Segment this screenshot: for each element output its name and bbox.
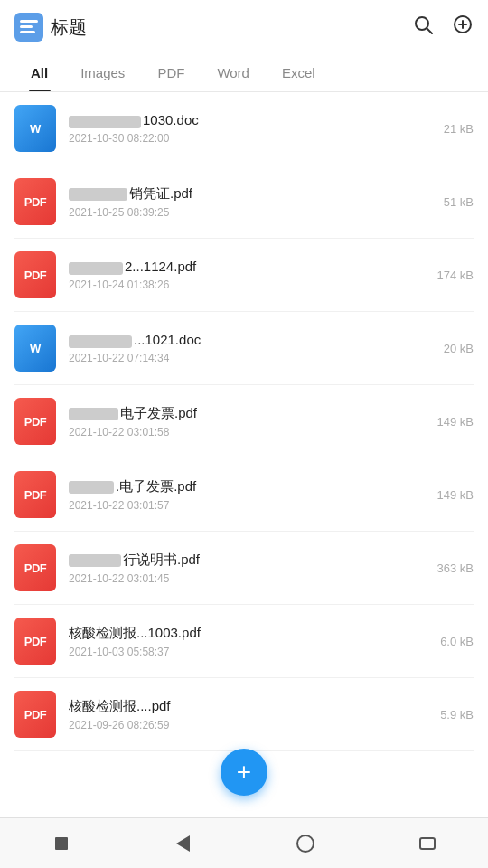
file-name: 电子发票.pdf	[69, 405, 428, 422]
file-size: 21 kB	[444, 122, 474, 136]
file-info: 2...1124.pdf 2021-10-24 01:38:26	[69, 259, 428, 290]
svg-rect-3	[20, 31, 35, 33]
svg-rect-1	[20, 20, 38, 23]
file-info: 1030.doc 2021-10-30 08:22:00	[69, 112, 435, 144]
pdf-file-icon: PDF	[14, 178, 56, 225]
tab-excel[interactable]: Excel	[266, 54, 332, 91]
tab-word[interactable]: Word	[201, 54, 266, 91]
list-item[interactable]: PDF 2...1124.pdf 2021-10-24 01:38:26 174…	[14, 239, 474, 312]
file-name: 核酸检测报....pdf	[69, 698, 431, 715]
file-info: 销凭证.pdf 2021-10-25 08:39:25	[69, 185, 435, 219]
list-item[interactable]: PDF 核酸检测报...1003.pdf 2021-10-03 05:58:37…	[14, 605, 474, 678]
file-size: 149 kB	[437, 488, 474, 502]
tab-images[interactable]: Images	[64, 54, 141, 91]
tab-bar: All Images PDF Word Excel	[0, 54, 488, 92]
doc-file-icon: W	[14, 105, 56, 152]
file-size: 51 kB	[444, 195, 474, 209]
page-title: 标题	[51, 15, 412, 40]
home-icon	[296, 835, 314, 853]
file-date: 2021-10-22 03:01:57	[69, 499, 428, 512]
add-circle-icon[interactable]	[452, 14, 474, 41]
file-date: 2021-10-22 07:14:34	[69, 352, 435, 364]
file-size: 6.0 kB	[440, 635, 474, 648]
file-size: 174 kB	[437, 269, 474, 282]
file-name: 销凭证.pdf	[69, 185, 435, 203]
file-date: 2021-10-03 05:58:37	[69, 646, 431, 658]
file-size: 5.9 kB	[440, 708, 474, 722]
file-info: ...1021.doc 2021-10-22 07:14:34	[69, 332, 435, 363]
file-info: 核酸检测报....pdf 2021-09-26 08:26:59	[69, 698, 431, 731]
pdf-file-icon: PDF	[14, 691, 56, 738]
nav-recents-button[interactable]	[415, 831, 440, 856]
file-size: 149 kB	[437, 415, 474, 429]
header: 标题	[0, 0, 488, 54]
list-item[interactable]: PDF 行说明书.pdf 2021-10-22 03:01:45 363 kB	[14, 532, 474, 605]
file-name: 行说明书.pdf	[69, 552, 428, 569]
fab-add-button[interactable]: +	[221, 749, 267, 796]
file-name: 核酸检测报...1003.pdf	[69, 625, 431, 642]
file-name: ...1021.doc	[69, 332, 435, 347]
file-info: 电子发票.pdf 2021-10-22 03:01:58	[69, 405, 428, 439]
file-info: .电子发票.pdf 2021-10-22 03:01:57	[69, 478, 428, 512]
app-logo-icon	[14, 13, 43, 42]
file-name: 1030.doc	[69, 112, 435, 127]
pdf-file-icon: PDF	[14, 544, 56, 591]
svg-line-5	[427, 29, 433, 34]
header-actions	[412, 14, 474, 41]
square-icon	[55, 837, 68, 850]
file-name: .电子发票.pdf	[69, 478, 428, 495]
nav-square-button[interactable]	[49, 831, 74, 856]
pdf-file-icon: PDF	[14, 471, 56, 518]
list-item[interactable]: W ...1021.doc 2021-10-22 07:14:34 20 kB	[14, 312, 474, 385]
list-item[interactable]: PDF 核酸检测报....pdf 2021-09-26 08:26:59 5.9…	[14, 678, 474, 751]
search-icon[interactable]	[412, 14, 434, 41]
nav-home-button[interactable]	[293, 831, 318, 856]
file-date: 2021-10-25 08:39:25	[69, 206, 435, 219]
file-date: 2021-10-30 08:22:00	[69, 132, 435, 145]
pdf-file-icon: PDF	[14, 251, 56, 298]
file-size: 363 kB	[437, 561, 474, 575]
file-date: 2021-09-26 08:26:59	[69, 719, 431, 731]
file-size: 20 kB	[444, 342, 474, 355]
file-date: 2021-10-22 03:01:45	[69, 572, 428, 585]
file-info: 核酸检测报...1003.pdf 2021-10-03 05:58:37	[69, 625, 431, 658]
pdf-file-icon: PDF	[14, 618, 56, 665]
list-item[interactable]: W 1030.doc 2021-10-30 08:22:00 21 kB	[14, 92, 474, 165]
list-item[interactable]: PDF .电子发票.pdf 2021-10-22 03:01:57 149 kB	[14, 458, 474, 532]
tab-all[interactable]: All	[14, 54, 64, 91]
svg-rect-2	[20, 25, 33, 28]
recents-icon	[419, 837, 436, 850]
list-item[interactable]: PDF 电子发票.pdf 2021-10-22 03:01:58 149 kB	[14, 385, 474, 458]
file-info: 行说明书.pdf 2021-10-22 03:01:45	[69, 552, 428, 585]
file-list: W 1030.doc 2021-10-30 08:22:00 21 kB PDF…	[0, 92, 488, 817]
nav-back-button[interactable]	[171, 831, 196, 856]
pdf-file-icon: PDF	[14, 398, 56, 445]
doc-file-icon: W	[14, 325, 56, 372]
list-item[interactable]: PDF 销凭证.pdf 2021-10-25 08:39:25 51 kB	[14, 165, 474, 239]
tab-pdf[interactable]: PDF	[141, 54, 201, 91]
file-name: 2...1124.pdf	[69, 259, 428, 274]
back-icon	[176, 835, 190, 852]
bottom-navigation	[0, 817, 488, 868]
file-date: 2021-10-24 01:38:26	[69, 278, 428, 291]
file-date: 2021-10-22 03:01:58	[69, 426, 428, 439]
